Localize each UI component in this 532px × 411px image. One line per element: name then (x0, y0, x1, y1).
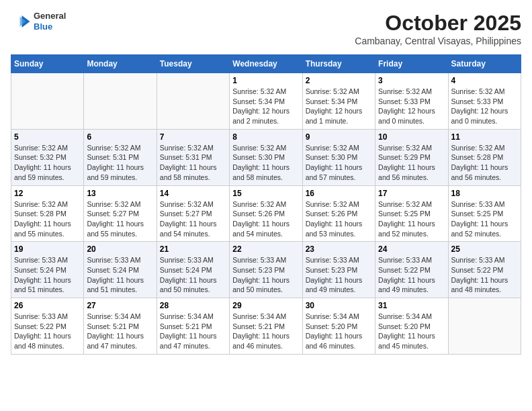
calendar-header-wednesday: Wednesday (230, 55, 302, 73)
month-title: October 2025 (355, 11, 521, 36)
calendar-cell: 7Sunrise: 5:32 AMSunset: 5:31 PMDaylight… (157, 129, 229, 185)
calendar-cell: 15Sunrise: 5:32 AMSunset: 5:26 PMDayligh… (230, 185, 302, 242)
calendar-week-row: 12Sunrise: 5:32 AMSunset: 5:28 PMDayligh… (11, 185, 521, 242)
calendar-table: SundayMondayTuesdayWednesdayThursdayFrid… (11, 54, 521, 355)
day-number: 8 (232, 132, 299, 142)
day-info: Sunrise: 5:32 AMSunset: 5:29 PMDaylight:… (378, 143, 445, 183)
day-info: Sunrise: 5:33 AMSunset: 5:24 PMDaylight:… (160, 255, 226, 295)
day-number: 24 (378, 244, 445, 254)
calendar-cell: 25Sunrise: 5:33 AMSunset: 5:22 PMDayligh… (448, 242, 521, 298)
day-number: 19 (14, 244, 81, 254)
day-info: Sunrise: 5:32 AMSunset: 5:27 PMDaylight:… (87, 199, 153, 239)
day-number: 22 (232, 244, 299, 254)
day-info: Sunrise: 5:32 AMSunset: 5:31 PMDaylight:… (160, 143, 226, 183)
day-number: 6 (87, 132, 153, 142)
day-info: Sunrise: 5:34 AMSunset: 5:20 PMDaylight:… (306, 312, 372, 351)
day-number: 30 (306, 301, 372, 310)
calendar-cell: 8Sunrise: 5:32 AMSunset: 5:30 PMDaylight… (230, 129, 302, 185)
calendar-cell: 16Sunrise: 5:32 AMSunset: 5:26 PMDayligh… (302, 185, 375, 242)
day-number: 28 (160, 301, 226, 310)
day-info: Sunrise: 5:32 AMSunset: 5:31 PMDaylight:… (87, 143, 153, 183)
day-number: 21 (160, 244, 226, 254)
day-info: Sunrise: 5:32 AMSunset: 5:33 PMDaylight:… (378, 87, 445, 126)
day-info: Sunrise: 5:33 AMSunset: 5:23 PMDaylight:… (232, 255, 299, 295)
day-number: 2 (306, 76, 372, 85)
day-info: Sunrise: 5:32 AMSunset: 5:28 PMDaylight:… (14, 199, 81, 239)
calendar-cell: 14Sunrise: 5:32 AMSunset: 5:27 PMDayligh… (157, 185, 229, 242)
day-number: 23 (306, 244, 372, 254)
day-number: 26 (14, 301, 81, 310)
day-info: Sunrise: 5:32 AMSunset: 5:34 PMDaylight:… (232, 87, 299, 126)
day-number: 25 (451, 244, 518, 254)
day-info: Sunrise: 5:33 AMSunset: 5:22 PMDaylight:… (378, 255, 445, 295)
calendar-header-tuesday: Tuesday (157, 55, 229, 73)
calendar-cell: 29Sunrise: 5:34 AMSunset: 5:21 PMDayligh… (230, 298, 302, 355)
day-info: Sunrise: 5:33 AMSunset: 5:24 PMDaylight:… (14, 255, 81, 295)
calendar-cell: 28Sunrise: 5:34 AMSunset: 5:21 PMDayligh… (157, 298, 229, 355)
day-number: 10 (378, 132, 445, 142)
calendar-cell: 3Sunrise: 5:32 AMSunset: 5:33 PMDaylight… (375, 73, 448, 130)
day-number: 4 (451, 76, 518, 85)
calendar-cell: 13Sunrise: 5:32 AMSunset: 5:27 PMDayligh… (84, 185, 157, 242)
calendar-header-sunday: Sunday (11, 55, 84, 73)
calendar-cell: 30Sunrise: 5:34 AMSunset: 5:20 PMDayligh… (302, 298, 375, 355)
day-info: Sunrise: 5:34 AMSunset: 5:20 PMDaylight:… (378, 312, 445, 351)
location-subtitle: Cambanay, Central Visayas, Philippines (355, 36, 521, 46)
day-info: Sunrise: 5:32 AMSunset: 5:26 PMDaylight:… (232, 199, 299, 239)
day-number: 9 (306, 132, 372, 142)
calendar-cell: 24Sunrise: 5:33 AMSunset: 5:22 PMDayligh… (375, 242, 448, 298)
logo-text: General Blue (34, 11, 66, 32)
calendar-cell: 26Sunrise: 5:33 AMSunset: 5:22 PMDayligh… (11, 298, 84, 355)
day-number: 1 (232, 76, 299, 85)
day-info: Sunrise: 5:34 AMSunset: 5:21 PMDaylight:… (160, 312, 226, 351)
calendar-header-monday: Monday (84, 55, 157, 73)
day-number: 18 (451, 189, 518, 198)
day-number: 12 (14, 189, 81, 198)
day-number: 15 (232, 189, 299, 198)
calendar-header-saturday: Saturday (448, 55, 521, 73)
day-info: Sunrise: 5:33 AMSunset: 5:25 PMDaylight:… (451, 199, 518, 239)
calendar-cell: 20Sunrise: 5:33 AMSunset: 5:24 PMDayligh… (84, 242, 157, 298)
calendar-cell: 5Sunrise: 5:32 AMSunset: 5:32 PMDaylight… (11, 129, 84, 185)
day-number: 31 (378, 301, 445, 310)
day-info: Sunrise: 5:32 AMSunset: 5:30 PMDaylight:… (232, 143, 299, 183)
day-info: Sunrise: 5:33 AMSunset: 5:22 PMDaylight:… (451, 255, 518, 295)
day-number: 11 (451, 132, 518, 142)
calendar-week-row: 26Sunrise: 5:33 AMSunset: 5:22 PMDayligh… (11, 298, 521, 355)
calendar-cell (11, 73, 84, 130)
day-number: 20 (87, 244, 153, 254)
calendar-cell: 10Sunrise: 5:32 AMSunset: 5:29 PMDayligh… (375, 129, 448, 185)
day-number: 5 (14, 132, 81, 142)
calendar-cell: 6Sunrise: 5:32 AMSunset: 5:31 PMDaylight… (84, 129, 157, 185)
day-number: 14 (160, 189, 226, 198)
day-info: Sunrise: 5:32 AMSunset: 5:34 PMDaylight:… (306, 87, 372, 126)
day-info: Sunrise: 5:32 AMSunset: 5:26 PMDaylight:… (306, 199, 372, 239)
calendar-cell: 9Sunrise: 5:32 AMSunset: 5:30 PMDaylight… (302, 129, 375, 185)
day-number: 16 (306, 189, 372, 198)
calendar-cell (448, 298, 521, 355)
calendar-cell: 11Sunrise: 5:32 AMSunset: 5:28 PMDayligh… (448, 129, 521, 185)
day-number: 7 (160, 132, 226, 142)
calendar-cell: 27Sunrise: 5:34 AMSunset: 5:21 PMDayligh… (84, 298, 157, 355)
day-info: Sunrise: 5:33 AMSunset: 5:22 PMDaylight:… (14, 312, 81, 351)
calendar-week-row: 19Sunrise: 5:33 AMSunset: 5:24 PMDayligh… (11, 242, 521, 298)
calendar-header-friday: Friday (375, 55, 448, 73)
calendar-header-thursday: Thursday (302, 55, 375, 73)
calendar-cell: 1Sunrise: 5:32 AMSunset: 5:34 PMDaylight… (230, 73, 302, 130)
day-info: Sunrise: 5:33 AMSunset: 5:24 PMDaylight:… (87, 255, 153, 295)
calendar-header-row: SundayMondayTuesdayWednesdayThursdayFrid… (11, 55, 521, 73)
logo-blue: Blue (34, 21, 66, 32)
day-number: 17 (378, 189, 445, 198)
calendar-cell (157, 73, 229, 130)
logo-icon (11, 11, 31, 32)
calendar-week-row: 1Sunrise: 5:32 AMSunset: 5:34 PMDaylight… (11, 73, 521, 130)
calendar-cell (84, 73, 157, 130)
calendar-cell: 12Sunrise: 5:32 AMSunset: 5:28 PMDayligh… (11, 185, 84, 242)
day-number: 3 (378, 76, 445, 85)
calendar-cell: 21Sunrise: 5:33 AMSunset: 5:24 PMDayligh… (157, 242, 229, 298)
logo-general: General (34, 11, 66, 21)
day-info: Sunrise: 5:32 AMSunset: 5:27 PMDaylight:… (160, 199, 226, 239)
day-info: Sunrise: 5:32 AMSunset: 5:33 PMDaylight:… (451, 87, 518, 126)
day-number: 13 (87, 189, 153, 198)
logo: General Blue (11, 11, 66, 32)
